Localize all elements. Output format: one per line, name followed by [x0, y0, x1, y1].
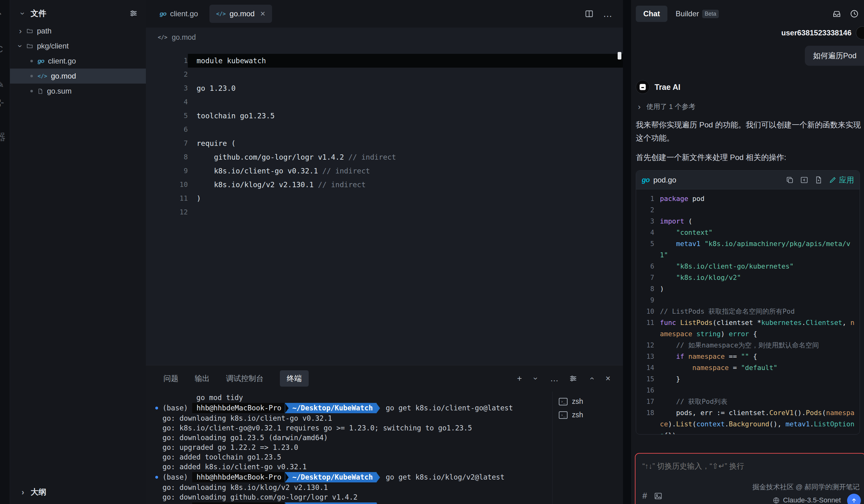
- explorer-settings-icon[interactable]: [129, 9, 138, 17]
- code-text: // ListPods 获取指定命名空间的所有Pod: [654, 306, 860, 317]
- line-number: 2: [146, 68, 188, 81]
- terminal-host-segment: hhb@hhbdeMacBook-Pro: [192, 502, 285, 504]
- terminal-env: (base): [163, 503, 192, 504]
- code-line-9: 9 k8s.io/client-go v0.32.1 // indirect: [146, 164, 623, 178]
- outline-section[interactable]: › 大纲: [10, 481, 146, 504]
- line-number: 3: [636, 216, 654, 227]
- line-number: 18: [636, 407, 654, 434]
- tab-chat[interactable]: Chat: [636, 5, 668, 22]
- panel-divider[interactable]: [623, 0, 631, 504]
- terminal-picker-icon[interactable]: ›: [532, 375, 540, 382]
- breadcrumb[interactable]: </> go.mod: [146, 27, 623, 47]
- bottom-panel: 问题 输出 调试控制台 终端 + › … › × go mod tidy(bas…: [146, 365, 623, 504]
- insert-code-icon[interactable]: [800, 176, 808, 184]
- user-avatar[interactable]: [856, 26, 864, 39]
- watermark-text: 掘金技术社区 @ 郝同学的测开笔记: [752, 482, 860, 492]
- activity-icon[interactable]: ⊹: [0, 97, 4, 108]
- terminal-env: (base): [163, 472, 192, 482]
- tab-client-go[interactable]: go client.go: [153, 5, 205, 23]
- code-line-1: 1package pod: [636, 193, 860, 204]
- terminal-prompt-line: (base) hhb@hhbdeMacBook-Pro~/Desktop/Kub…: [155, 403, 552, 413]
- code-text: func ListPods(clientset *kubernetes.Clie…: [654, 317, 860, 340]
- code-text: package pod: [654, 193, 860, 204]
- context-hash-icon[interactable]: #: [643, 491, 647, 501]
- tab-go-mod[interactable]: </> go.mod ×: [209, 5, 272, 23]
- send-button[interactable]: [847, 494, 861, 504]
- editor-scrollbar-thumb[interactable]: [617, 52, 621, 59]
- copy-code-icon[interactable]: [786, 176, 794, 184]
- activity-icon[interactable]: C: [0, 44, 3, 55]
- line-number: 7: [146, 136, 188, 150]
- terminal-output[interactable]: go mod tidy(base) hhb@hhbdeMacBook-Pro~/…: [146, 392, 552, 504]
- terminal-output-line: go: k8s.io/client-go@v0.32.1 requires go…: [155, 423, 552, 433]
- code-suggestion-card: go pod.go 应用 1package pod23import (4 "co…: [636, 170, 860, 434]
- code-text: [654, 295, 860, 306]
- panel-tab-output[interactable]: 输出: [195, 373, 210, 383]
- terminal-list-item[interactable]: ›_ zsh: [553, 395, 623, 408]
- panel-tab-problems[interactable]: 问题: [164, 373, 178, 383]
- close-tab-icon[interactable]: ×: [260, 9, 265, 19]
- activity-icon[interactable]: 器: [0, 131, 5, 144]
- panel-filter-icon[interactable]: [569, 374, 577, 383]
- line-number: 1: [636, 193, 654, 204]
- panel-more-icon[interactable]: …: [550, 374, 559, 383]
- split-editor-icon[interactable]: [585, 9, 593, 18]
- terminal-host-segment: hhb@hhbdeMacBook-Pro: [192, 403, 285, 413]
- terminal-output-line: go: added toolchain go1.23.5: [155, 452, 552, 462]
- line-number: 16: [636, 385, 654, 396]
- activity-icon[interactable]: ✎: [0, 79, 4, 90]
- code-line-11: 11func ListPods(clientset *kubernetes.Cl…: [636, 317, 860, 340]
- line-number: 11: [636, 317, 654, 340]
- panel-tab-terminal[interactable]: 终端: [280, 370, 309, 387]
- line-number: 12: [146, 205, 188, 219]
- code-line-12: 12: [146, 205, 623, 219]
- line-number: 10: [146, 178, 188, 192]
- code-line-17: 17 // 获取Pod列表: [636, 396, 860, 407]
- history-icon[interactable]: [850, 9, 859, 19]
- maximize-panel-icon[interactable]: ›: [587, 375, 596, 382]
- line-number: 11: [146, 192, 188, 205]
- chat-input[interactable]: [643, 462, 832, 470]
- code-text: metav1 "k8s.io/apimachinery/pkg/apis/met…: [654, 238, 860, 261]
- inbox-icon[interactable]: [832, 9, 841, 19]
- line-number: 9: [636, 295, 654, 306]
- tree-item-client-go[interactable]: goclient.go: [10, 53, 146, 69]
- code-text: module kubewatch: [188, 54, 623, 68]
- code-line-8: 8 github.com/go-logr/logr v1.4.2 // indi…: [146, 150, 623, 164]
- tree-item-path[interactable]: ›path: [10, 23, 146, 38]
- code-text: require (: [188, 136, 623, 150]
- tree-item-label: path: [37, 27, 52, 35]
- references-toggle[interactable]: › 使用了 1 个参考: [636, 102, 864, 111]
- code-text: }: [654, 373, 860, 385]
- close-panel-icon[interactable]: ×: [605, 374, 610, 383]
- new-file-icon[interactable]: [815, 176, 823, 184]
- panel-tab-debug-console[interactable]: 调试控制台: [226, 373, 264, 383]
- tree-item-go-sum[interactable]: go.sum: [10, 84, 146, 99]
- references-label: 使用了 1 个参考: [646, 102, 695, 111]
- tab-label: go.mod: [229, 9, 254, 18]
- model-selector[interactable]: Claude-3.5-Sonnet: [772, 496, 841, 504]
- terminal-list-item[interactable]: ›_ zsh: [553, 408, 623, 422]
- chevron-down-icon[interactable]: ›: [19, 10, 27, 17]
- editor-area: go client.go </> go.mod × … </> go.mod 1…: [146, 0, 623, 504]
- tree-item-go-mod[interactable]: </>go.mod: [10, 69, 146, 84]
- attach-image-icon[interactable]: [654, 492, 662, 500]
- apply-code-button[interactable]: 应用: [829, 175, 854, 185]
- tab-builder[interactable]: Builder Beta: [675, 9, 719, 18]
- code-line-5: 5 metav1 "k8s.io/apimachinery/pkg/apis/m…: [636, 238, 860, 261]
- powerline-arrow-icon: [376, 404, 380, 413]
- code-editor[interactable]: 1module kubewatch23go 1.23.045toolchain …: [146, 47, 623, 365]
- more-actions-icon[interactable]: …: [603, 9, 612, 19]
- activity-icon[interactable]: ◔: [0, 9, 2, 20]
- go-file-icon: go: [160, 10, 166, 17]
- terminal-name: zsh: [572, 411, 583, 419]
- code-text: [188, 95, 623, 109]
- chat-input-box[interactable]: # 掘金技术社区 @ 郝同学的测开笔记 Claude-3.5-Sonnet: [635, 453, 864, 504]
- line-number: 8: [636, 283, 654, 295]
- code-file-icon: </>: [216, 11, 226, 17]
- tree-item-pkg-client[interactable]: ›pkg/client: [10, 38, 146, 53]
- terminal-command: go get k8s.io/klog/v2@latest: [386, 472, 504, 482]
- new-terminal-icon[interactable]: +: [517, 374, 522, 383]
- line-number: 6: [636, 261, 654, 272]
- code-card-body[interactable]: 1package pod23import (4 "context"5 metav…: [636, 189, 860, 434]
